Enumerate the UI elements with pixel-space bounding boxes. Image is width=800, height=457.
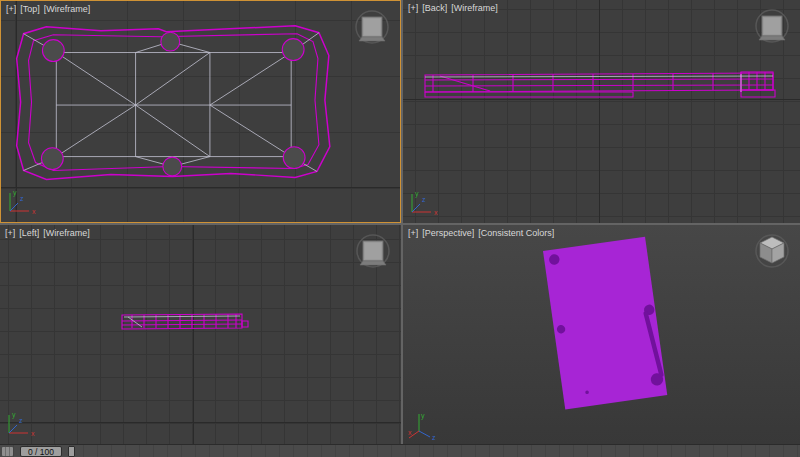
viewport-menu-button[interactable]: [+]	[6, 4, 16, 14]
viewport-perspective[interactable]: [+] [Perspective] [Consistent Colors] y …	[403, 225, 800, 444]
table-wire-edges	[24, 33, 319, 172]
axis-y-label: y	[421, 412, 425, 420]
viewport-view-button[interactable]: [Top]	[20, 4, 40, 14]
viewcube[interactable]	[750, 230, 794, 274]
viewport-shading-button[interactable]: [Wireframe]	[43, 228, 90, 238]
left-view-wireframe-object[interactable]	[0, 225, 401, 444]
viewport-shading-button[interactable]: [Wireframe]	[44, 4, 91, 14]
viewport-view-button[interactable]: [Left]	[19, 228, 39, 238]
viewport-label: [+] [Top] [Wireframe]	[6, 4, 90, 14]
time-slider-button[interactable]: 0 / 100	[20, 446, 62, 457]
perspective-shaded-object[interactable]	[403, 225, 800, 444]
track-bar-grip[interactable]	[2, 447, 13, 456]
axis-z-label: z	[20, 195, 24, 202]
viewport-shading-button[interactable]: [Wireframe]	[451, 3, 498, 13]
axis-tripod: y x z	[407, 409, 445, 441]
viewport-menu-button[interactable]: [+]	[5, 228, 15, 238]
viewport-menu-button[interactable]: [+]	[408, 3, 418, 13]
viewport-left[interactable]: [+] [Left] [Wireframe] x y z	[0, 225, 401, 444]
table-side-wire-light	[425, 74, 773, 92]
axis-y-label: y	[415, 190, 419, 198]
axis-x-label: x	[31, 430, 35, 437]
axis-tripod: x y z	[4, 409, 42, 441]
viewcube[interactable]	[351, 230, 395, 274]
viewport-view-button[interactable]: [Back]	[422, 3, 447, 13]
axis-z-label: z	[422, 196, 426, 203]
axis-x-label: x	[408, 429, 412, 436]
viewcube[interactable]	[350, 6, 394, 50]
table-pockets	[41, 32, 305, 176]
pool-table-solid[interactable]	[543, 237, 667, 410]
viewport-menu-button[interactable]: [+]	[408, 228, 418, 238]
viewport-label: [+] [Left] [Wireframe]	[5, 228, 90, 238]
time-track-bar[interactable]: 0 / 100	[0, 444, 800, 457]
viewport-area: [+] [Top] [Wireframe] x y z	[0, 0, 800, 457]
axis-z-label: z	[19, 417, 23, 424]
axis-y-label: y	[13, 189, 17, 197]
axis-x-label: x	[32, 208, 36, 215]
top-view-wireframe-object[interactable]	[1, 1, 400, 222]
viewport-back[interactable]: [+] [Back] [Wireframe] x y z	[403, 0, 800, 223]
time-slider-handle[interactable]	[68, 446, 75, 457]
back-view-wireframe-object[interactable]	[403, 0, 800, 223]
time-slider-label: 0 / 100	[28, 447, 54, 457]
axis-x-label: x	[434, 209, 438, 216]
axis-tripod: x y z	[5, 187, 43, 219]
viewcube[interactable]	[750, 5, 794, 49]
axis-y-label: y	[12, 411, 16, 419]
viewport-top[interactable]: [+] [Top] [Wireframe] x y z	[0, 0, 401, 223]
viewport-view-button[interactable]: [Perspective]	[422, 228, 474, 238]
axis-z-label: z	[432, 434, 436, 441]
viewport-label: [+] [Back] [Wireframe]	[408, 3, 498, 13]
viewport-shading-button[interactable]: [Consistent Colors]	[478, 228, 554, 238]
viewport-label: [+] [Perspective] [Consistent Colors]	[408, 228, 554, 238]
axis-tripod: x y z	[407, 188, 445, 220]
